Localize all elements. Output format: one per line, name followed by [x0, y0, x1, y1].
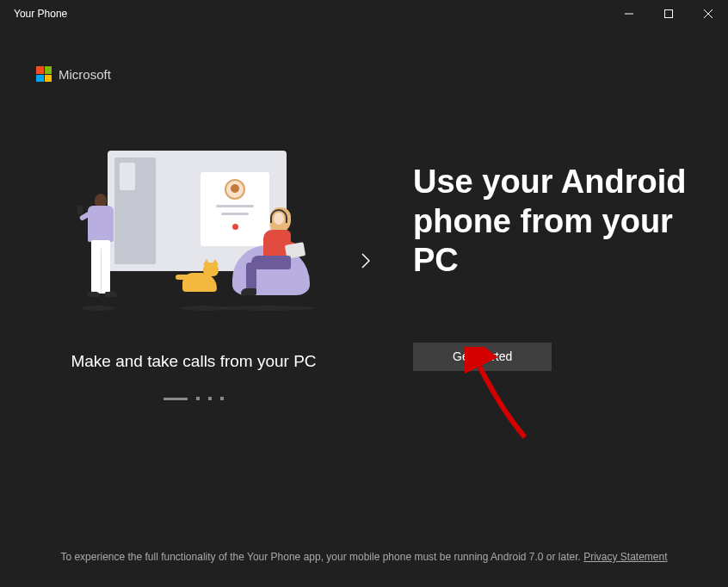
- carousel-caption: Make and take calls from your PC: [71, 352, 316, 371]
- get-started-button[interactable]: Get started: [413, 343, 552, 371]
- brand-name: Microsoft: [59, 67, 111, 82]
- maximize-button[interactable]: [649, 0, 688, 28]
- titlebar: Your Phone: [0, 0, 728, 28]
- carousel-dot[interactable]: [196, 397, 200, 400]
- microsoft-logo-icon: [36, 66, 52, 82]
- page-heading: Use your Android phone from your PC: [413, 163, 723, 281]
- main-content: Make and take calls from your PC Use you…: [0, 151, 728, 400]
- window-controls: [609, 0, 728, 28]
- window-title: Your Phone: [14, 8, 67, 20]
- svg-rect-1: [665, 10, 673, 18]
- carousel-dot[interactable]: [220, 397, 224, 400]
- carousel-dot-active[interactable]: [163, 398, 188, 400]
- carousel-next-icon[interactable]: [361, 253, 379, 273]
- carousel: Make and take calls from your PC: [60, 151, 327, 400]
- right-column: Use your Android phone from your PC Get …: [413, 163, 728, 371]
- footer: To experience the full functionality of …: [0, 551, 728, 563]
- privacy-statement-link[interactable]: Privacy Statement: [583, 551, 667, 563]
- footer-text: To experience the full functionality of …: [60, 551, 583, 563]
- carousel-indicators: [163, 397, 224, 400]
- minimize-button[interactable]: [609, 0, 649, 28]
- carousel-dot[interactable]: [208, 397, 212, 400]
- close-button[interactable]: [688, 0, 728, 28]
- onboarding-illustration: [69, 151, 318, 306]
- brand-row: Microsoft: [36, 66, 728, 82]
